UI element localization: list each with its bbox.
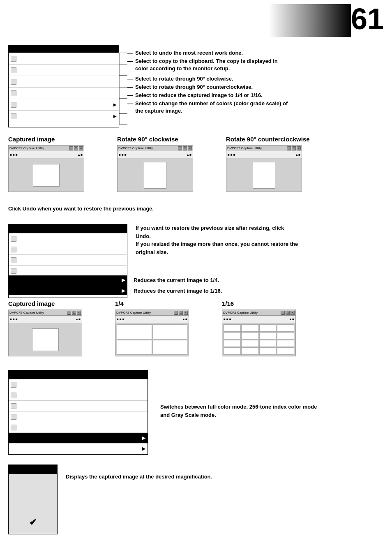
rotate-ccw-demo: Rotate 90° counterclockwise DVPCF2 Captu… — [226, 136, 310, 192]
color-arrow6-icon: ▶ — [142, 435, 145, 441]
sixteenth-demo: 1/16 DVPCF2 Capture Utility _ □ × ■ ■ ■ … — [222, 300, 296, 356]
arrow-row-quarter: Reduces the current image to 1/4. — [8, 275, 222, 284]
g4-4 — [277, 324, 294, 332]
resize-icon4 — [11, 268, 16, 274]
color-icon2 — [11, 393, 16, 398]
win-btns-2: _ □ × — [178, 146, 192, 150]
resize-icon3 — [11, 257, 16, 263]
menu-item-reduce: ▶ — [9, 99, 119, 111]
color-label — [18, 114, 20, 119]
captured-resize-demo: Captured image DVPCF2 Capture Utility _ … — [8, 300, 82, 356]
sixteenth-arrow-label — [8, 286, 127, 295]
section2-rotate-demos: Captured image DVPCF2 Capture Utility _ … — [8, 136, 386, 192]
captured-resize-window: DVPCF2 Capture Utility _ □ × ■ ■ ■ ▲■ — [8, 310, 82, 356]
toolbar-r3: ■ ■ ■ — [224, 317, 231, 321]
resize-menu-item4 — [9, 266, 127, 276]
zoom-callout-text: Displays the captured image at the desir… — [66, 474, 212, 480]
win-close-r1: × — [77, 311, 81, 315]
captured-resize-label: Captured image — [8, 300, 55, 307]
rotate-cw-window: DVPCF2 Capture Utility _ □ × ■ ■ ■ ▲■ — [117, 145, 193, 192]
color-item3-text — [18, 404, 26, 409]
win-toolbar-3: ■ ■ ■ ▲■ — [226, 151, 302, 159]
g4-16 — [277, 347, 294, 355]
zoom-header-text — [11, 467, 12, 472]
callout-2-text: Select to copy to the clipboard. The cop… — [135, 58, 278, 72]
win-title-1: DVPCF2 Capture Utility — [9, 146, 44, 150]
win-min-r1: _ — [67, 311, 71, 315]
undo-label — [18, 56, 20, 61]
win-toolbar-2: ■ ■ ■ ▲■ — [118, 151, 193, 159]
win-titlebar-r1: DVPCF2 Capture Utility _ □ × — [9, 310, 82, 316]
menu-title-bar — [9, 46, 119, 53]
quarter-label: 1/4 — [115, 300, 124, 307]
resize-menu-item3 — [9, 255, 127, 266]
callout-1-text: Select to undo the most recent work done… — [135, 49, 243, 57]
zoom-box: ✔ — [8, 465, 58, 534]
grid-cell-2 — [152, 324, 188, 340]
win-toolbar-r1: ■ ■ ■ ▲■ — [9, 316, 82, 323]
win-max-r3: □ — [286, 311, 290, 315]
toolbar-right-r1: ▲■ — [75, 317, 81, 321]
toolbar-r1: ■ ■ ■ — [10, 317, 18, 321]
rotate-cw-demo: Rotate 90° clockwise DVPCF2 Capture Util… — [117, 136, 193, 192]
menu-item-rotate-cw — [9, 76, 119, 88]
resize-item1-text — [18, 236, 39, 241]
toolbar-right-r2: ▲■ — [182, 317, 187, 321]
win-title-r1: DVPCF2 Capture Utility — [9, 311, 44, 314]
rotate-ccw-icon — [11, 90, 16, 96]
inner-box-rotated90 — [144, 162, 166, 189]
rotate-cw-label — [18, 79, 20, 84]
win-titlebar-3: DVPCF2 Capture Utility _ □ × — [226, 146, 302, 151]
callout-3-text: Select to rotate through 90° clockwise. — [135, 75, 233, 83]
rotate-cw-icon — [11, 79, 16, 85]
zoom-box-body: ✔ — [9, 474, 57, 534]
win-btns-r3: _ □ × — [281, 311, 295, 315]
win-body-grid2 — [115, 323, 189, 356]
reduce-icon — [11, 102, 16, 108]
g4-15 — [259, 347, 277, 355]
page-number: 61 — [351, 4, 384, 34]
color-icon1 — [11, 382, 16, 388]
section4-resize-demos: Captured image DVPCF2 Capture Utility _ … — [8, 300, 386, 356]
menu-diagram: ▶ ▶ — [8, 45, 119, 127]
toolbar-items-2: ■ ■ ■ — [119, 153, 127, 157]
win-btns-r2: _ □ × — [174, 311, 188, 315]
page-header-gradient — [269, 4, 351, 37]
color-menu-title-text — [11, 372, 12, 377]
resize-item2-text — [18, 247, 23, 252]
win-close-r3: × — [291, 311, 295, 315]
color-item4-text — [18, 414, 30, 419]
win-min-r3: _ — [281, 311, 285, 315]
callout-5-text: Select to reduce the captured image to 1… — [135, 92, 263, 99]
win-body-1 — [9, 159, 84, 192]
resize-item3-text — [18, 258, 26, 263]
section6-zoom: ✔ Displays the captured image at the des… — [8, 465, 386, 534]
color-menu-title — [9, 370, 148, 379]
menu-title-text — [11, 47, 12, 51]
win-min-btn-2: _ — [178, 146, 182, 150]
resize-icon1 — [11, 236, 16, 242]
win-close-btn-2: × — [188, 146, 192, 150]
win-min-btn-3: _ — [287, 146, 291, 150]
color-menu-item1 — [9, 379, 148, 390]
g4-8 — [277, 332, 294, 340]
g4-2 — [241, 324, 258, 332]
color-arrow-icon: ▶ — [113, 114, 117, 118]
win-title-r3: DVPCF2 Capture Utility — [223, 311, 258, 314]
color-menu-diagram: ▶ ▶ — [8, 370, 148, 455]
g4-14 — [241, 347, 258, 355]
win-min-btn-1: _ — [69, 146, 73, 150]
menu-item-color: ▶ — [9, 111, 119, 122]
color-menu-item5 — [9, 422, 148, 433]
sixteenth-window: DVPCF2 Capture Utility _ □ × ■ ■ ■ ▲■ — [222, 310, 296, 356]
resize-item4-text — [18, 268, 30, 273]
rotate-cw-label: Rotate 90° clockwise — [117, 136, 178, 143]
win-min-r2: _ — [174, 311, 178, 315]
color-menu-item4 — [9, 411, 148, 422]
win-btns-1: _ □ × — [69, 146, 83, 150]
captured-image-demo: Captured image DVPCF2 Capture Utility _ … — [8, 136, 84, 192]
menu-item-copy — [9, 65, 119, 76]
g4-9 — [224, 340, 241, 347]
toolbar-right-2: ▲■ — [186, 153, 191, 157]
callout-4: Select to rotate through 90° countercloc… — [127, 83, 382, 91]
